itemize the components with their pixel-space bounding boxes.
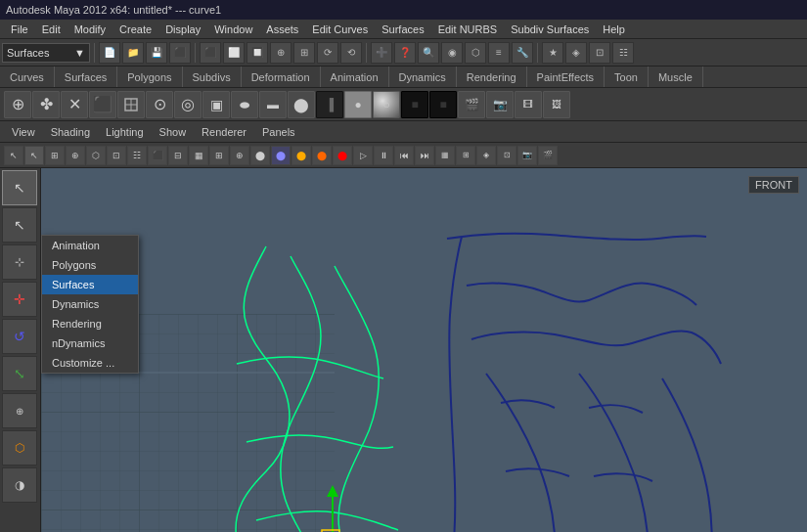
toolbar-icon-save[interactable]: 💾 [146,42,167,64]
toolbar-icon-open[interactable]: 📁 [122,42,144,64]
shelf-chrome[interactable]: ○ [373,91,400,118]
toolbar-icon-new[interactable]: 📄 [99,42,120,64]
tool-12[interactable]: ⬤ [250,146,270,165]
toolbar-icon-7[interactable]: 🔲 [247,42,268,64]
toolbox-lasso[interactable]: ⊹ [2,244,37,280]
tool-15[interactable]: ⬤ [312,146,332,165]
toolbar-icon-17[interactable]: ≡ [488,42,510,64]
toolbar-icon-16[interactable]: ⬡ [465,42,486,64]
shelf-dark[interactable]: ▐ [316,91,343,118]
toolbox-history[interactable]: ◑ [2,467,37,503]
tool-2[interactable]: ⊞ [45,146,65,165]
tab-dynamics[interactable]: Dynamics [389,66,457,87]
toolbar-icon-6[interactable]: ⬜ [223,42,245,64]
toolbar-icon-8[interactable]: ⊕ [270,42,291,64]
menu-subdiv-surfaces[interactable]: Subdiv Surfaces [504,22,596,37]
menu-help[interactable]: Help [596,22,632,37]
shelf-move[interactable]: ✤ [32,91,60,118]
tool-13[interactable]: ⬤ [271,146,291,165]
toolbar-icon-14[interactable]: 🔍 [418,42,439,64]
module-dropdown[interactable]: Surfaces ▼ [2,43,90,63]
toolbar-icon-5[interactable]: ⬛ [200,42,221,64]
shelf-cube[interactable]: ▣ [202,91,230,118]
shelf-rotate[interactable]: ⊕ [4,91,31,118]
tab-animation[interactable]: Animation [321,66,389,87]
shelf-scale[interactable]: ✕ [61,91,88,118]
shelf-black[interactable]: ■ [401,91,428,118]
shelf-render1[interactable]: 🎬 [458,91,485,118]
tool-8[interactable]: ⊟ [168,146,188,165]
toolbar-icon-20[interactable]: ◈ [565,42,587,64]
toolbar-icon-10[interactable]: ⟳ [317,42,338,64]
menu-modify[interactable]: Modify [67,22,112,37]
toolbox-rotate[interactable]: ↺ [2,319,37,354]
menu-display[interactable]: Display [158,22,207,37]
popup-dynamics[interactable]: Dynamics [42,294,138,314]
toolbar-icon-12[interactable]: ➕ [371,42,392,64]
popup-customize[interactable]: Customize ... [42,353,138,373]
tab-subdivs[interactable]: Subdivs [183,66,242,87]
popup-rendering[interactable]: Rendering [42,314,138,333]
menu-create[interactable]: Create [112,22,158,37]
panel-panels[interactable]: Panels [254,124,303,140]
toolbox-soft[interactable]: ⬡ [2,430,37,466]
shelf-render3[interactable]: 🎞 [515,91,542,118]
tool-6[interactable]: ☷ [127,146,147,165]
toolbar-icon-22[interactable]: ☷ [612,42,634,64]
toolbar-icon-11[interactable]: ⟲ [340,42,362,64]
shelf-sphere[interactable]: ⊙ [146,91,173,118]
toolbox-scale[interactable]: ⤡ [2,356,37,391]
shelf-torus[interactable]: ◎ [174,91,202,118]
tool-lasso[interactable]: ↖ [24,146,44,165]
tool-4[interactable]: ⬡ [86,146,106,165]
tool-7[interactable]: ⬛ [148,146,167,165]
panel-view[interactable]: View [4,124,43,140]
tool-16[interactable]: ⬤ [333,146,352,165]
tab-painteffects[interactable]: PaintEffects [527,66,605,87]
toolbar-icon-4[interactable]: ⬛ [169,42,191,64]
tool-19[interactable]: ⏮ [394,146,414,165]
popup-animation[interactable]: Animation [42,236,138,255]
tool-snap2[interactable]: ⊞ [456,146,475,165]
popup-polygons[interactable]: Polygons [42,255,138,275]
shelf-cylinder[interactable]: ⬬ [231,91,258,118]
tool-snap4[interactable]: ⊡ [497,146,516,165]
shelf-black2[interactable]: ■ [429,91,457,118]
menu-edit-curves[interactable]: Edit Curves [305,22,375,37]
shelf-gray[interactable]: ● [344,91,372,118]
shelf-plane[interactable]: ▬ [259,91,287,118]
popup-surfaces[interactable]: Surfaces [42,275,138,294]
tab-polygons[interactable]: Polygons [117,66,182,87]
tool-14[interactable]: ⬤ [291,146,311,165]
toolbar-icon-9[interactable]: ⊞ [293,42,315,64]
tool-snap3[interactable]: ◈ [476,146,496,165]
toolbox-move[interactable]: ✛ [2,282,37,317]
panel-shading[interactable]: Shading [43,124,98,140]
popup-ndynamics[interactable]: nDynamics [42,333,138,353]
panel-renderer[interactable]: Renderer [194,124,254,140]
panel-lighting[interactable]: Lighting [98,124,152,140]
tool-render2[interactable]: 🎬 [538,146,558,165]
menu-assets[interactable]: Assets [259,22,305,37]
tab-toon[interactable]: Toon [605,66,649,87]
tool-18[interactable]: ⏸ [374,146,393,165]
tool-5[interactable]: ⊡ [107,146,126,165]
tool-snap1[interactable]: ▦ [435,146,455,165]
toolbar-icon-13[interactable]: ❓ [394,42,416,64]
tool-11[interactable]: ⊕ [230,146,249,165]
tab-deformation[interactable]: Deformation [242,66,321,87]
tab-muscle[interactable]: Muscle [649,66,703,87]
shelf-circle[interactable]: ⬤ [288,91,315,118]
toolbox-select[interactable]: ↖ [2,170,37,205]
shelf-render4[interactable]: 🖼 [543,91,570,118]
tool-17[interactable]: ▷ [353,146,373,165]
tool-select[interactable]: ↖ [4,146,23,165]
panel-show[interactable]: Show [152,124,195,140]
tab-curves[interactable]: Curves [0,66,55,87]
shelf-snap[interactable]: ⬛ [89,91,116,118]
toolbar-icon-15[interactable]: ◉ [441,42,463,64]
menu-surfaces[interactable]: Surfaces [375,22,430,37]
toolbox-universal[interactable]: ⊕ [2,393,37,428]
toolbar-icon-18[interactable]: 🔧 [512,42,533,64]
toolbox-select2[interactable]: ↖ [2,207,37,243]
